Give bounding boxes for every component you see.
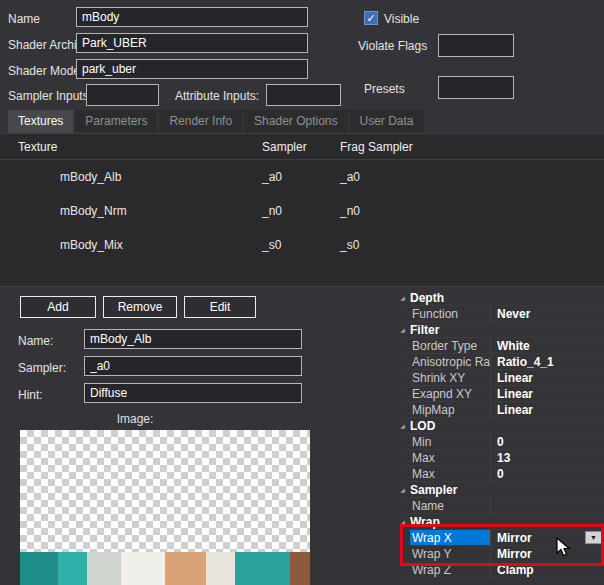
sampler-inputs-label: Sampler Inputs: <box>8 89 92 103</box>
presets-label: Presets <box>364 82 405 96</box>
pg-row-value: Linear <box>490 370 604 385</box>
pg-category-lod[interactable]: ◢ LOD <box>395 418 604 434</box>
sampler-inputs-input[interactable] <box>86 84 159 106</box>
name-input[interactable] <box>76 7 308 27</box>
pg-row-value: Linear <box>490 402 604 417</box>
pg-row-function[interactable]: Function Never <box>395 306 604 322</box>
tab-render-info[interactable]: Render Info <box>159 110 242 133</box>
presets-input[interactable] <box>438 76 514 99</box>
cell-texture: mBody_Nrm <box>60 204 127 218</box>
dropdown-button[interactable]: ▼ <box>585 531 602 544</box>
pg-category-label: Filter <box>410 322 439 337</box>
pg-row-label: MipMap <box>410 402 490 417</box>
wrap-x-value: Mirror <box>497 531 532 545</box>
pg-category-label: LOD <box>410 418 435 433</box>
pg-row-wrap-z[interactable]: Wrap Z Clamp <box>395 562 604 578</box>
pg-row-value <box>490 498 604 513</box>
category-marker-icon: ◢ <box>395 482 410 497</box>
pg-row-label: Name <box>410 498 490 513</box>
texture-table: Texture Sampler Frag Sampler mBody_Alb _… <box>0 133 604 287</box>
cell-frag-sampler: _n0 <box>340 204 360 218</box>
texture-preview-segment <box>121 552 165 585</box>
pg-row-label: Exapnd XY <box>410 386 490 401</box>
pg-row-anisotropic-ratio[interactable]: Anisotropic Ra Ratio_4_1 <box>395 354 604 370</box>
pg-category-wrap[interactable]: ◢ Wrap <box>395 514 604 530</box>
remove-button[interactable]: Remove <box>103 296 177 318</box>
pg-row-border-type[interactable]: Border Type White <box>395 338 604 354</box>
edit-button[interactable]: Edit <box>184 296 256 318</box>
column-header-frag-sampler[interactable]: Frag Sampler <box>340 140 413 154</box>
shader-model-input[interactable] <box>76 59 308 79</box>
name-label: Name <box>8 12 40 26</box>
table-row[interactable]: mBody_Nrm _n0 _n0 <box>0 194 604 228</box>
cell-texture: mBody_Alb <box>60 170 121 184</box>
tab-strip: Textures Parameters Render Info Shader O… <box>8 110 426 133</box>
detail-name-label: Name: <box>18 334 53 348</box>
pg-row-value: Clamp <box>490 562 604 577</box>
pg-row-wrap-y[interactable]: Wrap Y Mirror <box>395 546 604 562</box>
column-header-sampler[interactable]: Sampler <box>262 140 307 154</box>
pg-row-lod-min[interactable]: Min 0 <box>395 434 604 450</box>
tab-user-data[interactable]: User Data <box>350 110 424 133</box>
pg-category-depth[interactable]: ◢ Depth <box>395 290 604 306</box>
pg-row-sampler-name[interactable]: Name <box>395 498 604 514</box>
cell-texture: mBody_Mix <box>60 238 123 252</box>
image-label: Image: <box>20 412 250 426</box>
tab-shader-options[interactable]: Shader Options <box>244 110 347 133</box>
cell-sampler: _a0 <box>262 170 282 184</box>
category-marker-icon: ◢ <box>395 514 410 529</box>
pg-row-expand-xy[interactable]: Exapnd XY Linear <box>395 386 604 402</box>
tab-textures[interactable]: Textures <box>8 110 73 133</box>
texture-preview-segment <box>235 552 290 585</box>
pg-row-mipmap[interactable]: MipMap Linear <box>395 402 604 418</box>
pg-row-label: Function <box>410 306 490 321</box>
pg-row-lod-max2[interactable]: Max 0 <box>395 466 604 482</box>
texture-table-header: Texture Sampler Frag Sampler <box>0 134 604 160</box>
pg-row-label: Wrap X <box>410 530 490 545</box>
check-icon: ✓ <box>366 12 375 24</box>
pg-category-label: Depth <box>410 290 444 305</box>
pg-row-value: Mirror ▼ <box>490 530 604 545</box>
texture-preview-segment <box>206 552 235 585</box>
table-row[interactable]: mBody_Mix _s0 _s0 <box>0 228 604 262</box>
pg-row-label: Max <box>410 450 490 465</box>
material-editor-panel: Name ✓ Visible Shader Archive Violate Fl… <box>0 0 604 585</box>
attribute-inputs-label: Attribute Inputs: <box>175 89 259 103</box>
chevron-down-icon: ▼ <box>590 534 597 541</box>
pg-category-filter[interactable]: ◢ Filter <box>395 322 604 338</box>
detail-sampler-label: Sampler: <box>18 361 66 375</box>
pg-row-label: Anisotropic Ra <box>410 354 490 369</box>
cell-sampler: _n0 <box>262 204 282 218</box>
texture-preview-content <box>20 552 310 585</box>
pg-row-lod-max[interactable]: Max 13 <box>395 450 604 466</box>
detail-hint-input[interactable] <box>84 383 302 403</box>
tab-parameters[interactable]: Parameters <box>75 110 157 133</box>
add-button[interactable]: Add <box>20 296 96 318</box>
texture-preview-segment <box>87 552 122 585</box>
table-row[interactable]: mBody_Alb _a0 _a0 <box>0 160 604 194</box>
pg-row-wrap-x[interactable]: Wrap X Mirror ▼ <box>395 530 604 546</box>
pg-row-value: Ratio_4_1 <box>490 354 604 369</box>
category-marker-icon: ◢ <box>395 290 410 305</box>
pg-category-label: Wrap <box>410 514 440 529</box>
column-header-texture[interactable]: Texture <box>18 140 57 154</box>
pg-row-value: Never <box>490 306 604 321</box>
category-marker-icon: ◢ <box>395 322 410 337</box>
pg-category-sampler[interactable]: ◢ Sampler <box>395 482 604 498</box>
pg-row-value: Mirror <box>490 546 604 561</box>
violate-flags-input[interactable] <box>438 34 514 57</box>
pg-row-shrink-xy[interactable]: Shrink XY Linear <box>395 370 604 386</box>
sampler-property-grid: ◢ Depth Function Never ◢ Filter Border T… <box>395 290 604 585</box>
pg-row-label: Wrap Y <box>410 546 490 561</box>
pg-category-label: Sampler <box>410 482 457 497</box>
pg-row-label: Max <box>410 466 490 481</box>
texture-preview-segment <box>290 552 310 585</box>
shader-archive-input[interactable] <box>76 33 308 53</box>
texture-preview-segment <box>58 552 87 585</box>
detail-name-input[interactable] <box>84 329 302 349</box>
texture-preview-segment <box>165 552 206 585</box>
visible-checkbox[interactable]: ✓ <box>364 11 378 25</box>
detail-sampler-input[interactable] <box>84 356 302 376</box>
pg-row-value: White <box>490 338 604 353</box>
attribute-inputs-input[interactable] <box>266 84 341 106</box>
